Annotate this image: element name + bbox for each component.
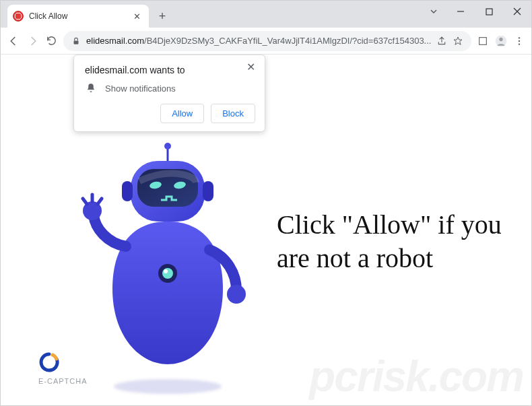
block-button[interactable]: Block — [211, 104, 255, 123]
watermark: pcrisk.com — [309, 351, 523, 401]
address-bar[interactable]: elidesmail.com/B4DjeX9DzSMy3_CAKFaYfiL_V… — [63, 31, 471, 51]
tab-strip: Click Allow ✕ + — [1, 1, 531, 28]
favicon-icon — [13, 11, 24, 22]
close-icon — [513, 7, 521, 15]
url-domain: elidesmail.com — [86, 36, 144, 46]
captcha-logo-icon — [38, 351, 60, 373]
url-path: /B4DjeX9DzSMy3_CAKFaYfiL_Var4wJjlT4i1AMl… — [144, 36, 431, 46]
svg-point-8 — [518, 37, 519, 38]
svg-rect-1 — [486, 9, 492, 15]
user-icon — [494, 34, 508, 48]
maximize-button[interactable] — [475, 1, 503, 22]
popup-close-button[interactable]: ✕ — [242, 59, 259, 75]
url-text: elidesmail.com/B4DjeX9DzSMy3_CAKFaYfiL_V… — [86, 36, 431, 46]
allow-button[interactable]: Allow — [160, 104, 204, 123]
robot-illustration — [67, 142, 269, 374]
notification-permission-popup: ✕ elidesmail.com wants to Show notificat… — [73, 55, 265, 132]
back-button[interactable] — [6, 31, 21, 51]
menu-button[interactable] — [512, 32, 526, 50]
svg-point-7 — [499, 37, 502, 40]
svg-point-10 — [518, 43, 519, 44]
svg-point-12 — [164, 143, 171, 149]
new-tab-button[interactable]: + — [153, 7, 172, 26]
svg-rect-18 — [203, 181, 213, 201]
popup-buttons: Allow Block — [85, 104, 255, 123]
arrow-right-icon — [27, 35, 39, 47]
close-window-button[interactable] — [503, 1, 531, 22]
reload-button[interactable] — [44, 31, 59, 51]
minimize-button[interactable] — [446, 1, 475, 22]
svg-rect-17 — [122, 181, 133, 201]
svg-point-23 — [227, 285, 246, 304]
puzzle-icon — [477, 36, 488, 46]
close-tab-button[interactable]: ✕ — [131, 11, 143, 22]
bell-icon — [85, 82, 97, 94]
svg-point-21 — [164, 269, 168, 273]
arrow-left-icon — [7, 35, 20, 47]
robot-icon — [67, 142, 269, 371]
popup-permission-row: Show notifications — [85, 82, 255, 94]
browser-window: Click Allow ✕ + — [0, 0, 532, 406]
maximize-icon — [486, 8, 493, 15]
svg-point-20 — [162, 268, 173, 279]
svg-rect-4 — [74, 40, 79, 44]
profile-button[interactable] — [494, 32, 508, 50]
forward-button[interactable] — [25, 31, 40, 51]
popup-permission-text: Show notifications — [105, 83, 176, 94]
page-headline: Click "Allow" if you are not a robot — [277, 208, 531, 275]
captcha-brand-text: E-CAPTCHA — [38, 377, 88, 385]
tab-title: Click Allow — [29, 11, 125, 21]
popup-title: elidesmail.com wants to — [85, 65, 255, 75]
bookmark-star-icon[interactable] — [453, 36, 463, 46]
reload-icon — [46, 35, 57, 46]
svg-point-9 — [518, 40, 519, 41]
chevron-down-icon — [430, 7, 438, 15]
svg-rect-5 — [479, 37, 487, 44]
toolbar: elidesmail.com/B4DjeX9DzSMy3_CAKFaYfiL_V… — [1, 28, 531, 55]
minimize-icon — [457, 7, 465, 15]
window-controls — [421, 1, 531, 22]
extensions-button[interactable] — [475, 32, 490, 50]
robot-shadow — [114, 379, 222, 394]
tabs-dropdown-button[interactable] — [421, 1, 446, 22]
share-icon[interactable] — [436, 36, 447, 46]
kebab-icon — [514, 36, 525, 46]
captcha-brand: E-CAPTCHA — [38, 351, 88, 385]
lock-icon — [71, 36, 81, 46]
browser-tab[interactable]: Click Allow ✕ — [7, 5, 149, 28]
page-content: ✕ elidesmail.com wants to Show notificat… — [1, 55, 531, 405]
